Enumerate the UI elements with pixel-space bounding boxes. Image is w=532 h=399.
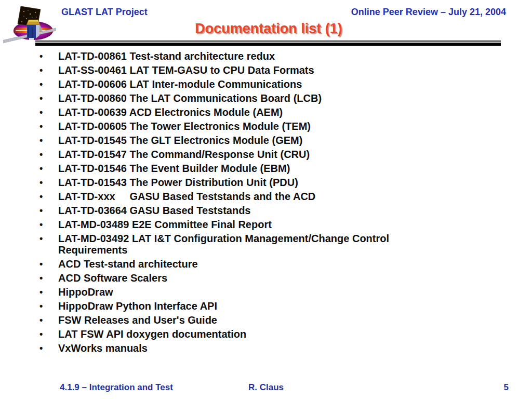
- list-item: LAT-SS-00461 LAT TEM-GASU to CPU Data Fo…: [37, 64, 426, 76]
- list-item: HippoDraw Python Interface API: [37, 300, 426, 312]
- list-item-text: HippoDraw: [58, 286, 113, 298]
- title-area: Documentation list (1): [35, 21, 502, 37]
- list-item: LAT-TD-00606 LAT Inter-module Communicat…: [37, 78, 426, 90]
- list-item: LAT-TD-01543 The Power Distribution Unit…: [37, 177, 426, 188]
- list-item-text: LAT-TD-03664 GASU Based Teststands: [58, 205, 250, 216]
- list-item-text: LAT-MD-03492 LAT I&T Configuration Manag…: [58, 233, 392, 256]
- footer-page-number: 5: [504, 382, 509, 393]
- list-item: LAT FSW API doxygen documentation: [37, 328, 426, 340]
- list-item-text: LAT-TD-00605 The Tower Electronics Modul…: [58, 121, 311, 132]
- list-item: LAT-MD-03489 E2E Committee Final Report: [37, 219, 426, 230]
- header-project-label: GLAST LAT Project: [61, 7, 148, 18]
- slide: GLAST LAT Project Online Peer Review – J…: [0, 0, 532, 399]
- list-item: LAT-TD-01546 The Event Builder Module (E…: [37, 163, 426, 174]
- list-item: ACD Software Scalers: [37, 272, 426, 284]
- list-item-text: LAT-TD-01547 The Command/Response Unit (…: [58, 149, 310, 160]
- list-item: LAT-TD-01545 The GLT Electronics Module …: [37, 135, 426, 146]
- list-item: LAT-TD-00605 The Tower Electronics Modul…: [37, 121, 426, 132]
- list-item-text: LAT-TD-00639 ACD Electronics Module (AEM…: [58, 107, 283, 118]
- list-item: LAT-TD-00639 ACD Electronics Module (AEM…: [37, 107, 426, 118]
- header-review-label: Online Peer Review – July 21, 2004: [351, 7, 506, 18]
- list-item-text: LAT-TD-01546 The Event Builder Module (E…: [58, 163, 290, 174]
- list-item-text: LAT-TD-00861 Test-stand architecture red…: [58, 50, 275, 62]
- list-item-text: ACD Software Scalers: [58, 272, 167, 284]
- list-item-text: LAT-MD-03489 E2E Committee Final Report: [58, 219, 272, 230]
- list-item-text: LAT-SS-00461 LAT TEM-GASU to CPU Data Fo…: [58, 64, 314, 76]
- list-item-text: LAT-TD-xxx GASU Based Teststands and the…: [58, 191, 315, 202]
- list-item: VxWorks manuals: [37, 342, 426, 354]
- list-item-text: ACD Test-stand architecture: [58, 258, 198, 270]
- page-title: Documentation list (1): [195, 21, 342, 36]
- footer: 4.1.9 – Integration and Test R. Claus 5: [0, 382, 532, 395]
- list-item-text: FSW Releases and User's Guide: [58, 314, 217, 326]
- documentation-list: LAT-TD-00861 Test-stand architecture red…: [37, 50, 426, 356]
- list-item: LAT-TD-03664 GASU Based Teststands: [37, 205, 426, 216]
- list-item-text: LAT-TD-00606 LAT Inter-module Communicat…: [58, 78, 302, 90]
- list-item-text: HippoDraw Python Interface API: [58, 300, 217, 312]
- list-item: FSW Releases and User's Guide: [37, 314, 426, 326]
- title-divider: [35, 41, 501, 46]
- list-item-text: LAT FSW API doxygen documentation: [58, 328, 246, 340]
- list-item: LAT-TD-00861 Test-stand architecture red…: [37, 50, 426, 62]
- list-item: LAT-TD-00860 The LAT Communications Boar…: [37, 92, 426, 104]
- list-item-text: LAT-TD-01545 The GLT Electronics Module …: [58, 135, 302, 146]
- list-item-text: VxWorks manuals: [58, 342, 148, 354]
- list-item: ACD Test-stand architecture: [37, 258, 426, 270]
- divider-thick-line: [35, 43, 501, 46]
- footer-author-label: R. Claus: [0, 382, 532, 393]
- list-item: HippoDraw: [37, 286, 426, 298]
- list-item: LAT-TD-xxx GASU Based Teststands and the…: [37, 191, 426, 202]
- list-item: LAT-TD-01547 The Command/Response Unit (…: [37, 149, 426, 160]
- list-item-text: LAT-TD-00860 The LAT Communications Boar…: [58, 92, 322, 104]
- list-item-text: LAT-TD-01543 The Power Distribution Unit…: [58, 177, 298, 188]
- list-item: LAT-MD-03492 LAT I&T Configuration Manag…: [37, 233, 426, 256]
